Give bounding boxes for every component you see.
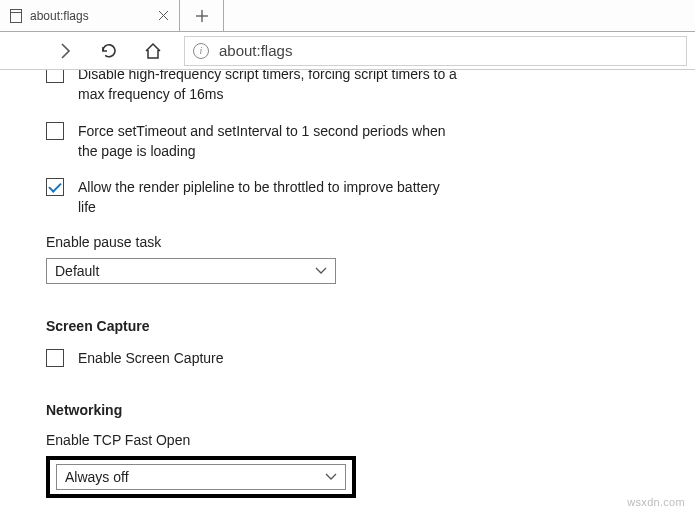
refresh-button[interactable]: [96, 38, 122, 64]
checkbox-enable-screen-capture[interactable]: [46, 349, 64, 367]
site-info-icon[interactable]: i: [193, 43, 209, 59]
tab-title: about:flags: [30, 9, 150, 23]
address-bar[interactable]: i about:flags: [184, 36, 687, 66]
label-enable-screen-capture: Enable Screen Capture: [78, 348, 224, 368]
section-screen-capture: Screen Capture: [46, 318, 649, 334]
watermark-text: wsxdn.com: [627, 496, 685, 508]
label-enable-pause-task: Enable pause task: [46, 234, 649, 250]
forward-button[interactable]: [52, 38, 78, 64]
tab-close-button[interactable]: [158, 10, 169, 21]
label-tcp-fast-open: Enable TCP Fast Open: [46, 432, 649, 448]
home-button[interactable]: [140, 38, 166, 64]
section-networking: Networking: [46, 402, 649, 418]
label-force-timeout: Force setTimeout and setInterval to 1 se…: [78, 121, 458, 162]
browser-tab[interactable]: about:flags: [0, 0, 180, 31]
tab-document-icon: [10, 9, 22, 23]
dropdown-tcp-value: Always off: [65, 469, 129, 485]
label-high-freq-timers: Disable high-frequency script timers, fo…: [78, 70, 458, 105]
address-bar-text: about:flags: [219, 42, 292, 59]
highlighted-tcp-dropdown: Always off: [46, 456, 356, 498]
checkbox-high-freq-timers[interactable]: [46, 70, 64, 83]
checkbox-force-timeout[interactable]: [46, 122, 64, 140]
dropdown-tcp-fast-open[interactable]: Always off: [56, 464, 346, 490]
label-render-pipeline: Allow the render pipleline to be throttl…: [78, 177, 458, 218]
new-tab-button[interactable]: [180, 0, 224, 31]
svg-rect-0: [11, 9, 22, 22]
checkbox-render-pipeline[interactable]: [46, 178, 64, 196]
chevron-down-icon: [315, 267, 327, 275]
dropdown-enable-pause-task[interactable]: Default: [46, 258, 336, 284]
dropdown-pause-value: Default: [55, 263, 99, 279]
chevron-down-icon: [325, 473, 337, 481]
